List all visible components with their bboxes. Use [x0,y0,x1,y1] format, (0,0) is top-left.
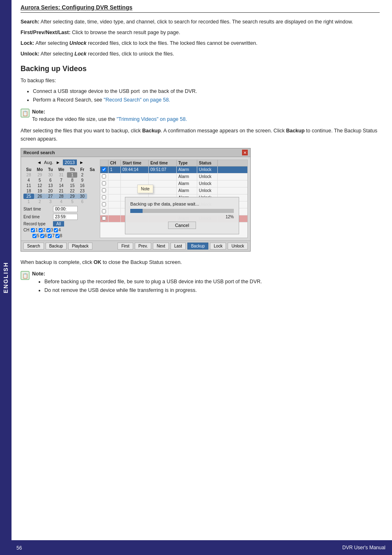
result-row-3[interactable]: Alarm Unlock [100,180,247,187]
cal-header-su: Su [23,167,34,172]
cancel-button[interactable]: Cancel [168,222,196,229]
svg-text:📋: 📋 [22,273,28,279]
cal-day[interactable] [87,199,97,204]
cal-day[interactable]: 31 [55,172,67,178]
ch-label: CH [23,228,29,232]
first-button[interactable]: First [118,243,133,250]
cal-day[interactable]: 6 [77,199,87,204]
cal-day[interactable]: 1 [67,172,77,178]
unlock-para: Unlock: After selecting Lock recorded fi… [21,50,380,58]
cal-day[interactable]: 30 [77,194,87,199]
lock-button[interactable]: Lock [210,243,226,250]
result-checkbox-8[interactable] [102,216,106,220]
cal-day[interactable] [87,178,97,183]
ch-item-4[interactable]: 4 [54,228,61,232]
ch-checkbox-2[interactable] [39,228,43,232]
unlock-button[interactable]: Unlock [228,243,248,250]
cal-day[interactable]: 29 [34,172,46,178]
cal-day[interactable]: 14 [55,183,67,188]
cal-day[interactable]: 5 [67,199,77,204]
cal-prev-button[interactable]: ◄ [36,160,42,165]
cal-day[interactable]: 3 [46,199,55,204]
result-check-1[interactable] [100,166,108,173]
last-button[interactable]: Last [171,243,186,250]
cal-year: 2013 [63,160,77,165]
cal-day[interactable]: 27 [46,194,55,199]
ch-checkbox-1[interactable] [31,228,35,232]
prev-button[interactable]: Prev. [135,243,152,250]
cal-day[interactable]: 22 [67,188,77,194]
ch-checkbox-7[interactable] [48,234,52,238]
cal-day[interactable]: 16 [77,183,87,188]
end-time-input[interactable] [53,214,78,220]
cal-next-month-button[interactable]: ► [55,160,61,165]
cal-day[interactable]: 7 [55,178,67,183]
cal-day[interactable]: 18 [23,188,34,194]
cal-day[interactable]: 4 [55,199,67,204]
result-row-4[interactable]: Alarm Unlock [100,187,247,194]
cal-day[interactable]: 9 [77,178,87,183]
cal-day[interactable]: 5 [34,178,46,183]
cal-day[interactable]: 1 [23,199,34,204]
cal-day[interactable]: 28 [55,194,67,199]
cal-day[interactable]: 12 [34,183,46,188]
cal-day[interactable]: 8 [67,178,77,183]
result-checkbox-2[interactable] [102,174,106,178]
backup-button-right[interactable]: Backup [187,243,208,250]
cal-next-year-button[interactable]: ► [78,160,85,165]
result-row-1[interactable]: 1 09:44:14 09:51:07 Alarm Unlock [100,166,247,173]
cal-day[interactable]: 23 [77,188,87,194]
cal-day[interactable]: 20 [46,188,55,194]
calendar-grid: Su Mo Tu We Th Fr Sa 28 29 [23,167,97,204]
result-checkbox-3[interactable] [102,181,106,185]
cal-day[interactable]: 6 [46,178,55,183]
result-checkbox-7[interactable] [102,209,106,213]
result-row-2[interactable]: Alarm Unlock [100,173,247,180]
note1-label: Note: [32,109,45,115]
result-checkbox-4[interactable] [102,188,106,192]
ch-item-8[interactable]: 8 [55,234,62,238]
ch-item-3[interactable]: 3 [46,228,53,232]
cal-day[interactable]: 2 [77,172,87,178]
ch-item-2[interactable]: 2 [39,228,46,232]
ch-item-5[interactable]: 5 [32,234,39,238]
cal-day[interactable] [87,194,97,199]
dialog-close-button[interactable]: ✕ [242,150,248,155]
cal-day[interactable]: 26 [34,194,46,199]
ch-checkbox-8[interactable] [55,234,60,238]
cal-day[interactable] [87,183,97,188]
cal-day[interactable]: 2 [34,199,46,204]
next-button[interactable]: Next [153,243,169,250]
cal-day[interactable]: 28 [23,172,34,178]
backup-button-left[interactable]: Backup [46,243,67,250]
cal-day[interactable]: 21 [55,188,67,194]
ch-item-7[interactable]: 7 [48,234,55,238]
lock-label: Lock: After selecting Unlock recorded fi… [21,40,257,46]
cal-day[interactable]: 25 [23,194,34,199]
cal-day[interactable]: 29 [67,194,77,199]
cal-day[interactable] [87,172,97,178]
ch-checkbox-5[interactable] [32,234,37,238]
search-button[interactable]: Search [23,243,44,250]
progress-overlay: Backing up the data, please wait... 12% … [125,197,239,234]
all-button[interactable]: All [53,221,64,227]
ch-item-1[interactable]: 1 [31,228,38,232]
ch-checkbox-4[interactable] [54,228,58,232]
playback-button[interactable]: Playback [68,243,92,250]
ch-checkbox-3[interactable] [46,228,51,232]
progress-bar-fill [130,209,143,213]
cal-day[interactable]: 19 [34,188,46,194]
result-checkbox-5[interactable] [102,195,106,199]
ch-item-6[interactable]: 6 [40,234,47,238]
cal-day[interactable]: 30 [46,172,55,178]
cal-day[interactable]: 13 [46,183,55,188]
start-time-input[interactable] [53,206,78,212]
ch-checkbox-6[interactable] [40,234,44,238]
cal-day[interactable]: 4 [23,178,34,183]
cal-day[interactable]: 11 [23,183,34,188]
result-checkbox-1[interactable] [102,167,106,171]
cal-day[interactable] [87,188,97,194]
result-check-2[interactable] [100,173,108,180]
cal-day[interactable]: 15 [67,183,77,188]
result-checkbox-6[interactable] [102,202,106,206]
